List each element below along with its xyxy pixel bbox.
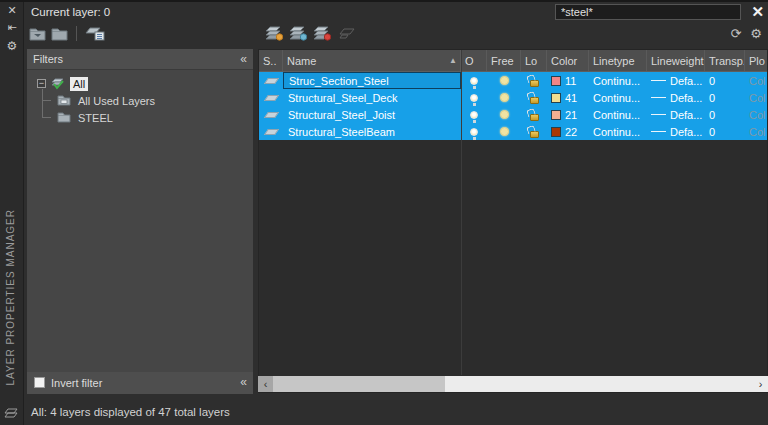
- column-status[interactable]: S..: [259, 50, 283, 71]
- table-row[interactable]: Structural_Steel_Deck 41 Continu... Defa…: [259, 89, 767, 106]
- scroll-right-button[interactable]: ›: [753, 376, 768, 392]
- sun-thawed-icon[interactable]: [500, 76, 509, 85]
- column-color[interactable]: Color: [547, 50, 589, 71]
- tree-item-all-used-layers[interactable]: All Used Layers: [51, 92, 253, 109]
- tree-label-steel[interactable]: STEEL: [75, 111, 116, 125]
- column-lock[interactable]: Lo: [521, 50, 547, 71]
- lineweight-line-icon: [651, 131, 666, 132]
- layer-states-manager-button[interactable]: [85, 26, 105, 41]
- bulb-on-icon[interactable]: [470, 94, 478, 102]
- unlocked-padlock-icon[interactable]: [530, 131, 539, 138]
- table-row[interactable]: Structural_SteelBeam 22 Continu... Defa.…: [259, 123, 767, 140]
- column-transparency[interactable]: Transp...: [705, 50, 745, 71]
- tree-item-all[interactable]: − All: [27, 75, 253, 92]
- layer-freeze-cell[interactable]: [487, 123, 521, 140]
- layer-on-cell[interactable]: [461, 89, 487, 106]
- refresh-icon[interactable]: ⟳: [730, 26, 741, 41]
- sun-thawed-icon[interactable]: [500, 93, 509, 102]
- unlocked-padlock-icon[interactable]: [530, 97, 539, 104]
- color-swatch[interactable]: [551, 76, 561, 86]
- layer-transparency-cell[interactable]: 0: [705, 72, 745, 89]
- layer-linetype-cell[interactable]: Continu...: [589, 72, 647, 89]
- layer-lineweight-cell[interactable]: Defa...: [647, 123, 705, 140]
- layer-linetype-cell[interactable]: Continu...: [589, 106, 647, 123]
- filters-collapse-icon[interactable]: «: [240, 52, 247, 66]
- delete-layer-button[interactable]: [313, 26, 332, 41]
- layer-lock-cell[interactable]: [521, 123, 547, 140]
- new-property-filter-button[interactable]: [29, 27, 46, 41]
- layer-freeze-cell[interactable]: [487, 72, 521, 89]
- column-linetype[interactable]: Linetype: [589, 50, 647, 71]
- layer-name[interactable]: Structural_Steel_Deck: [288, 92, 397, 104]
- layer-transparency-cell[interactable]: 0: [705, 123, 745, 140]
- bulb-on-icon[interactable]: [470, 128, 478, 136]
- unlocked-padlock-icon[interactable]: [530, 80, 539, 87]
- tree-expand-icon[interactable]: −: [37, 79, 46, 88]
- tree-label-all-used-layers[interactable]: All Used Layers: [75, 94, 158, 108]
- horizontal-scrollbar[interactable]: ‹ ›: [258, 376, 768, 392]
- layer-lock-cell[interactable]: [521, 106, 547, 123]
- layer-name[interactable]: Struc_Section_Steel: [289, 75, 389, 87]
- layer-lineweight-cell[interactable]: Defa...: [647, 106, 705, 123]
- layer-lineweight-cell[interactable]: Defa...: [647, 72, 705, 89]
- layer-freeze-cell[interactable]: [487, 106, 521, 123]
- layer-transparency-cell[interactable]: 0: [705, 106, 745, 123]
- search-close-icon[interactable]: ✕: [751, 3, 764, 21]
- color-swatch[interactable]: [551, 127, 561, 137]
- layer-name[interactable]: Structural_SteelBeam: [288, 126, 395, 138]
- table-row[interactable]: Struc_Section_Steel 11 Continu... Defa..…: [259, 72, 767, 89]
- layer-on-cell[interactable]: [461, 106, 487, 123]
- layer-color-cell[interactable]: 11: [547, 72, 589, 89]
- close-icon[interactable]: ✕: [0, 4, 24, 17]
- bulb-on-icon[interactable]: [470, 111, 478, 119]
- layer-linetype-cell[interactable]: Continu...: [589, 89, 647, 106]
- new-group-filter-button[interactable]: [51, 27, 68, 41]
- layer-transparency-cell[interactable]: 0: [705, 89, 745, 106]
- invert-collapse-icon[interactable]: «: [240, 375, 247, 389]
- layer-color-cell[interactable]: 41: [547, 89, 589, 106]
- new-layer-button[interactable]: [265, 26, 284, 41]
- layer-lock-cell[interactable]: [521, 72, 547, 89]
- color-swatch[interactable]: [551, 93, 561, 103]
- lineweight-line-icon: [651, 97, 666, 98]
- column-freeze[interactable]: Free: [487, 50, 521, 71]
- palette-properties-icon[interactable]: ⚙: [0, 39, 24, 53]
- autohide-pin-icon[interactable]: ⇤: [0, 21, 24, 34]
- bulb-on-icon[interactable]: [470, 77, 478, 85]
- new-layer-vp-frozen-button[interactable]: [289, 26, 308, 41]
- layer-lineweight-cell[interactable]: Defa...: [647, 89, 705, 106]
- scroll-left-button[interactable]: ‹: [258, 376, 273, 392]
- table-row[interactable]: Structural_Steel_Joist 21 Continu... Def…: [259, 106, 767, 123]
- layer-name-cell[interactable]: Struc_Section_Steel: [283, 72, 461, 89]
- scrollbar-thumb[interactable]: [273, 376, 445, 392]
- tree-label-all[interactable]: All: [70, 77, 88, 91]
- search-input[interactable]: [555, 4, 741, 20]
- layer-name-cell[interactable]: Structural_SteelBeam: [283, 123, 461, 140]
- layer-name[interactable]: Structural_Steel_Joist: [288, 109, 395, 121]
- set-current-button[interactable]: [337, 26, 356, 41]
- column-lineweight[interactable]: Lineweight: [647, 50, 705, 71]
- settings-gear-icon[interactable]: ⚙: [750, 26, 762, 41]
- color-swatch[interactable]: [551, 110, 561, 120]
- sun-thawed-icon[interactable]: [500, 110, 509, 119]
- lineweight-line-icon: [651, 114, 666, 115]
- column-plot-style[interactable]: Plo: [745, 50, 768, 71]
- layer-color-cell[interactable]: 22: [547, 123, 589, 140]
- tree-item-steel[interactable]: STEEL: [51, 109, 253, 126]
- layer-name-cell[interactable]: Structural_Steel_Joist: [283, 106, 461, 123]
- layer-color-cell[interactable]: 21: [547, 106, 589, 123]
- layer-status-icon: [263, 129, 278, 135]
- layer-linetype-cell[interactable]: Continu...: [589, 123, 647, 140]
- sun-thawed-icon[interactable]: [500, 127, 509, 136]
- column-name[interactable]: Name ▲: [283, 50, 461, 71]
- layer-lock-cell[interactable]: [521, 89, 547, 106]
- layer-on-cell[interactable]: [461, 123, 487, 140]
- unlocked-padlock-icon[interactable]: [530, 114, 539, 121]
- column-on[interactable]: O: [461, 50, 487, 71]
- layer-on-cell[interactable]: [461, 72, 487, 89]
- layer-plot-style-cell: Col: [745, 123, 768, 140]
- layer-status-icon: [263, 78, 278, 84]
- layer-freeze-cell[interactable]: [487, 89, 521, 106]
- layer-name-cell[interactable]: Structural_Steel_Deck: [283, 89, 461, 106]
- invert-filter-checkbox[interactable]: [34, 377, 45, 388]
